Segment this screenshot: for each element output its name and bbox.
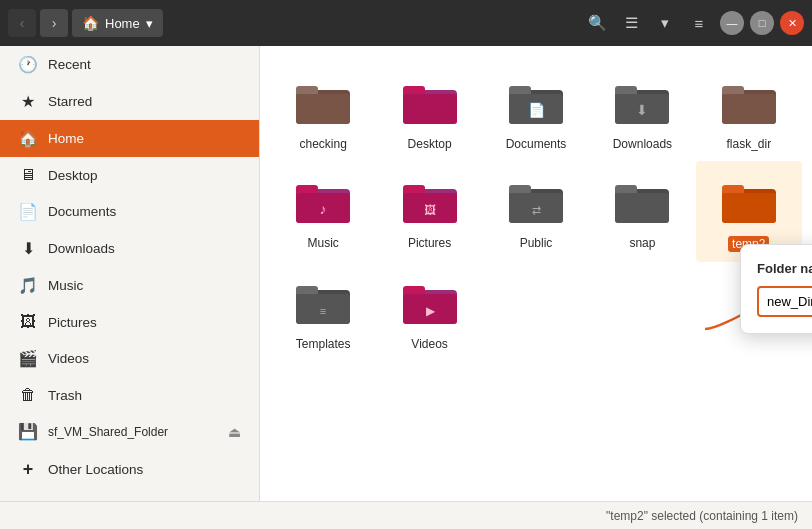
sidebar-label-documents: Documents: [48, 204, 116, 219]
folder-icon-flask-dir: [719, 72, 779, 132]
eject-icon[interactable]: ⏏: [228, 424, 241, 440]
home-nav-button[interactable]: 🏠 Home ▾: [72, 9, 163, 37]
statusbar: "temp2" selected (containing 1 item): [0, 501, 812, 529]
sidebar-label-starred: Starred: [48, 94, 92, 109]
folder-icon-downloads: ⬇: [612, 72, 672, 132]
maximize-button[interactable]: □: [750, 11, 774, 35]
pictures-icon: 🖼: [18, 313, 38, 331]
sidebar-item-documents[interactable]: 📄 Documents: [0, 193, 259, 230]
svg-text:♪: ♪: [320, 201, 327, 217]
file-name-snap: snap: [629, 236, 655, 250]
file-name-videos: Videos: [411, 337, 447, 351]
folder-icon-pictures: 🖼: [400, 171, 460, 231]
sidebar-label-other: Other Locations: [48, 462, 143, 477]
file-name-desktop: Desktop: [408, 137, 452, 151]
sidebar-label-home: Home: [48, 131, 84, 146]
sf-vm-icon: 💾: [18, 422, 38, 441]
file-name-documents: Documents: [506, 137, 567, 151]
view-options-button[interactable]: ▾: [650, 9, 680, 37]
file-item-documents[interactable]: 📄 Documents: [483, 62, 589, 161]
titlebar: ‹ › 🏠 Home ▾ 🔍 ☰ ▾ ≡ — □ ✕: [0, 0, 812, 46]
svg-text:▶: ▶: [425, 304, 435, 318]
sidebar-item-music[interactable]: 🎵 Music: [0, 267, 259, 304]
file-item-public[interactable]: ⇄ Public: [483, 161, 589, 262]
file-item-checking[interactable]: checking: [270, 62, 376, 161]
videos-icon: 🎬: [18, 349, 38, 368]
other-icon: +: [18, 459, 38, 480]
file-name-downloads: Downloads: [613, 137, 672, 151]
rename-popup-title: Folder name: [757, 261, 812, 276]
home-icon: 🏠: [82, 15, 99, 31]
recent-icon: 🕐: [18, 55, 38, 74]
sidebar-item-trash[interactable]: 🗑 Trash: [0, 377, 259, 413]
file-item-desktop[interactable]: Desktop: [376, 62, 482, 161]
menu-button[interactable]: ≡: [684, 9, 714, 37]
sidebar-label-videos: Videos: [48, 351, 89, 366]
file-item-pictures[interactable]: 🖼 Pictures: [376, 161, 482, 262]
svg-rect-34: [722, 193, 776, 223]
sidebar-label-desktop: Desktop: [48, 168, 98, 183]
close-button[interactable]: ✕: [780, 11, 804, 35]
statusbar-text: "temp2" selected (containing 1 item): [606, 509, 798, 523]
starred-icon: ★: [18, 92, 38, 111]
file-item-templates[interactable]: ≡ Templates: [270, 262, 376, 361]
rename-popup-row: Rename: [757, 286, 812, 317]
svg-text:⇄: ⇄: [531, 204, 540, 216]
file-name-checking: checking: [300, 137, 347, 151]
back-button[interactable]: ‹: [8, 9, 36, 37]
sidebar-item-starred[interactable]: ★ Starred: [0, 83, 259, 120]
sidebar-item-home[interactable]: 🏠 Home: [0, 120, 259, 157]
dropdown-arrow: ▾: [146, 16, 153, 31]
music-icon: 🎵: [18, 276, 38, 295]
file-name-flask-dir: flask_dir: [726, 137, 771, 151]
file-item-snap[interactable]: snap: [589, 161, 695, 262]
rename-input[interactable]: [757, 286, 812, 317]
main-layout: 🕐 Recent ★ Starred 🏠 Home 🖥 Desktop 📄 Do…: [0, 46, 812, 501]
file-item-flask-dir[interactable]: flask_dir: [696, 62, 802, 161]
svg-text:📄: 📄: [527, 102, 545, 119]
list-view-button[interactable]: ☰: [616, 9, 646, 37]
svg-rect-16: [722, 94, 776, 124]
sidebar-label-downloads: Downloads: [48, 241, 115, 256]
file-name-pictures: Pictures: [408, 236, 451, 250]
home-sidebar-icon: 🏠: [18, 129, 38, 148]
sidebar-item-desktop[interactable]: 🖥 Desktop: [0, 157, 259, 193]
sidebar-item-recent[interactable]: 🕐 Recent: [0, 46, 259, 83]
file-item-downloads[interactable]: ⬇ Downloads: [589, 62, 695, 161]
file-item-videos[interactable]: ▶ Videos: [376, 262, 482, 361]
minimize-button[interactable]: —: [720, 11, 744, 35]
sidebar-label-pictures: Pictures: [48, 315, 97, 330]
sidebar-label-recent: Recent: [48, 57, 91, 72]
file-item-music[interactable]: ♪ Music: [270, 161, 376, 262]
folder-icon-temp2: [719, 171, 779, 231]
desktop-icon: 🖥: [18, 166, 38, 184]
file-name-public: Public: [520, 236, 553, 250]
sidebar-label-trash: Trash: [48, 388, 82, 403]
folder-icon-snap: [612, 171, 672, 231]
sidebar-item-downloads[interactable]: ⬇ Downloads: [0, 230, 259, 267]
file-name-music: Music: [308, 236, 339, 250]
folder-icon-videos: ▶: [400, 272, 460, 332]
sidebar-item-other[interactable]: + Other Locations: [0, 450, 259, 489]
svg-rect-5: [403, 94, 457, 124]
trash-icon: 🗑: [18, 386, 38, 404]
folder-icon-desktop: [400, 72, 460, 132]
sidebar-item-sf-vm[interactable]: 💾 sf_VM_Shared_Folder ⏏: [0, 413, 259, 450]
rename-popup: Folder name Rename: [740, 244, 812, 334]
documents-icon: 📄: [18, 202, 38, 221]
sidebar-item-pictures[interactable]: 🖼 Pictures: [0, 304, 259, 340]
folder-icon-checking: [293, 72, 353, 132]
folder-icon-templates: ≡: [293, 272, 353, 332]
file-grid: checking Desktop: [260, 46, 812, 377]
home-label: Home: [105, 16, 140, 31]
sidebar-item-videos[interactable]: 🎬 Videos: [0, 340, 259, 377]
svg-text:🖼: 🖼: [424, 203, 436, 217]
forward-button[interactable]: ›: [40, 9, 68, 37]
search-button[interactable]: 🔍: [582, 9, 612, 37]
content-area: checking Desktop: [260, 46, 812, 501]
sidebar: 🕐 Recent ★ Starred 🏠 Home 🖥 Desktop 📄 Do…: [0, 46, 260, 501]
svg-rect-31: [615, 193, 669, 223]
titlebar-actions: 🔍 ☰ ▾ ≡ — □ ✕: [582, 9, 804, 37]
sidebar-label-sf-vm: sf_VM_Shared_Folder: [48, 425, 168, 439]
svg-text:⬇: ⬇: [636, 102, 648, 118]
